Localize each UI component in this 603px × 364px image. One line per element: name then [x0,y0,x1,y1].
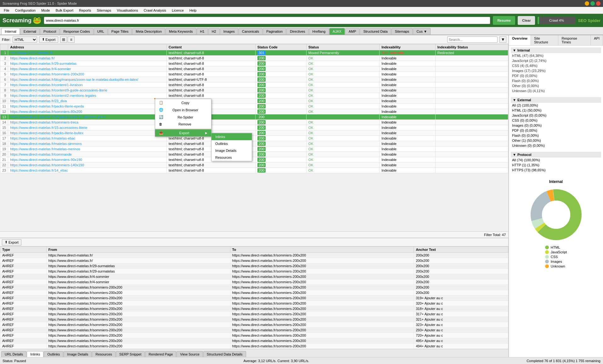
tab-structured-data[interactable]: Structured Data [360,28,391,35]
menu-file[interactable]: File [1,8,12,13]
menu-visualisations[interactable]: Visualisations [114,8,140,13]
bottom-table-row[interactable]: AHREF https://www.direct-matelas.fr/29-s… [0,269,508,274]
table-row[interactable]: 3 https://www.direct-matelas.fr/29-surma… [0,61,508,66]
protocol-section-header[interactable]: ▼ Protocol [511,152,601,157]
address-link[interactable]: https://www.direct-matelas.fr/sommiers-9… [10,158,82,162]
bottom-table-row[interactable]: AHREF https://www.direct-matelas.fr/somm… [0,306,508,312]
context-re-spider[interactable]: 🔄 Re-Spider [155,113,211,121]
tab-sitemaps[interactable]: Sitemaps [392,28,413,35]
table-row[interactable]: 19 https://www.direct-matelas.fr/matelas… [0,146,508,152]
address-link[interactable]: https://www.direct-matelas.fr/packs-lite… [10,131,83,135]
tab-outlinks[interactable]: Outlinks [44,351,63,357]
table-row[interactable]: 5 https://www.direct-matelas.fr/sommiers… [0,72,508,77]
overview-item-images[interactable]: Images (17) (23,29%) [511,68,601,73]
tab-hreflang[interactable]: Hreflang [309,28,329,35]
ext-images[interactable]: Images (0) (0,00%) [511,123,601,128]
table-row[interactable]: 2 https://www.direct-matelas.fr/ text/ht… [0,56,508,61]
overview-item-pdf[interactable]: PDF (0) (0,00%) [511,73,601,78]
right-tab-site-structure[interactable]: Site Structure [531,35,559,45]
table-row[interactable]: 9 https://www.direct-matelas.fr/content/… [0,93,508,98]
tab-page-titles[interactable]: Page Titles [108,28,132,35]
tab-view-source[interactable]: View Source [177,351,203,357]
address-link[interactable]: http://www.direct-matelas.fr/ [10,51,53,55]
bottom-table-row[interactable]: AHREF https://www.direct-matelas.fr/29-s… [0,263,508,269]
bottom-table-row[interactable]: AHREF https://www.direct-matelas.fr/somm… [0,328,508,333]
minimize-button[interactable] [585,1,589,6]
grid-view-button[interactable]: ⊞ [60,36,67,43]
address-link[interactable]: https://www.direct-matelas.fr/sommiers-8… [10,110,82,113]
tab-image-details[interactable]: Image Details [64,351,92,357]
menu-reports[interactable]: Reports [76,8,94,13]
tab-h1[interactable]: H1 [197,28,208,35]
address-link[interactable]: https://www.direct-matelas.fr/14_ebac [10,168,68,172]
tab-internal[interactable]: Internal [1,28,20,35]
menu-help[interactable]: Help [187,8,199,13]
tab-resources[interactable]: Resources [92,351,116,357]
submenu-resources[interactable]: Resources [211,154,252,161]
overview-item-css[interactable]: CSS (4) (5,48%) [511,63,601,68]
table-row[interactable]: 14 https://www.direct-matelas.fr/sommier… [0,120,508,125]
address-link[interactable]: https://www.direct-matelas.fr/29-surmate… [10,62,76,65]
address-link[interactable]: https://www.direct-matelas.fr/matelas-me… [10,147,80,151]
menu-configuration[interactable]: Configuration [13,8,38,13]
address-link[interactable]: https://www.direct-matelas.fr/4-sommier [10,67,71,71]
bottom-table-row[interactable]: AHREF https://www.direct-matelas.fr/somm… [0,317,508,322]
tab-images[interactable]: Images [220,28,238,35]
address-link[interactable]: https://www.direct-matelas.fr/sommiers-1… [10,163,84,167]
tab-serp-snippet[interactable]: SERP Snippet [116,351,145,357]
bottom-table-row[interactable]: AHREF https://www.direct-matelas.fr/somm… [0,333,508,338]
address-link[interactable]: https://www.direct-matelas.fr/23_diva [10,99,67,103]
tab-custom[interactable]: Cus ▼ [413,28,431,35]
tab-rendered-page[interactable]: Rendered Page [145,351,176,357]
ext-unknown[interactable]: Unknown (0) (0,00%) [511,143,601,148]
table-row[interactable]: 17 https://www.direct-matelas.fr/matelas… [0,136,508,141]
submenu-outlinks[interactable]: Outlinks [211,140,252,147]
bottom-table-row[interactable]: AHREF https://www.direct-matelas.fr/somm… [0,322,508,328]
tab-url[interactable]: URL [94,28,108,35]
menu-bulk-export[interactable]: Bulk Export [53,8,76,13]
ext-css[interactable]: CSS (0) (0,00%) [511,118,601,123]
address-link[interactable]: https://www.direct-matelas.fr/packs-lite… [10,104,84,108]
right-tab-api[interactable]: API [591,35,603,45]
external-section-header[interactable]: ▼ External [511,97,601,103]
list-view-button[interactable]: ≡ [68,36,75,43]
overview-item-flash[interactable]: Flash (0) (0,00%) [511,78,601,83]
ext-flash[interactable]: Flash (0) (0,00%) [511,133,601,138]
search-dropdown-button[interactable]: ▼ [499,36,506,43]
internal-section-header[interactable]: ▼ Internal [511,47,601,53]
address-link[interactable]: https://www.direct-matelas.fr/15-accesso… [10,126,87,130]
table-row[interactable]: 6 https://www.direct-matelas.fr/blog/mar… [0,77,508,82]
proto-https[interactable]: HTTPS (73) (98,65%) [511,168,601,173]
address-link[interactable]: https://www.direct-matelas.fr/matelas-eb… [10,136,75,140]
tab-inlinks[interactable]: Inlinks [27,351,43,357]
menu-crawl-analysis[interactable]: Crawl Analysis [141,8,169,13]
bottom-table-row[interactable]: AHREF https://www.direct-matelas.fr/4-so… [0,274,508,279]
menu-sitemaps[interactable]: Sitemaps [94,8,114,13]
bottom-table-row[interactable]: AHREF https://www.direct-matelas.fr/somm… [0,285,508,290]
proto-all[interactable]: All (74) (100,00%) [511,157,601,163]
tab-canonicals[interactable]: Canonicals [239,28,262,35]
table-row[interactable]: 12 https://www.direct-matelas.fr/sommier… [0,109,508,114]
ext-js[interactable]: JavaScript (0) (0,00%) [511,113,601,118]
ext-pdf[interactable]: PDF (0) (0,00%) [511,128,601,133]
table-row[interactable]: 11 https://www.direct-matelas.fr/packs-l… [0,104,508,109]
table-row[interactable]: 23 https://www.direct-matelas.fr/14_ebac… [0,168,508,173]
tab-meta-keywords[interactable]: Meta Keywords [166,28,196,35]
context-export[interactable]: 📤 Export ▶ [155,129,211,136]
bottom-table-row[interactable]: AHREF https://www.direct-matelas.fr/ htt… [0,253,508,258]
bottom-table-row[interactable]: AHREF https://www.direct-matelas.fr/somm… [0,295,508,301]
tab-ajax[interactable]: AJAX [329,28,345,35]
tab-h2[interactable]: H2 [208,28,220,35]
export-button[interactable]: ⬆ Export [39,36,59,43]
overview-item-html[interactable]: HTML (47) (64,38%) [511,53,601,58]
right-tab-response-times[interactable]: Response Times [558,35,591,45]
ext-other[interactable]: Other (1) (50,00%) [511,138,601,143]
tab-structured-data-details[interactable]: Structured Data Details [203,351,246,357]
table-row[interactable]: 4 https://www.direct-matelas.fr/4-sommie… [0,66,508,72]
close-button[interactable] [596,1,600,6]
table-row[interactable]: 1 http://www.direct-matelas.fr/ text/htm… [0,50,508,56]
tab-amp[interactable]: AMP [345,28,360,35]
filter-select[interactable]: HTML All JavaScript CSS Images PDF [13,36,37,43]
table-row[interactable]: 21 https://www.direct-matelas.fr/sommier… [0,157,508,163]
right-tab-overview[interactable]: Overview [509,35,531,45]
